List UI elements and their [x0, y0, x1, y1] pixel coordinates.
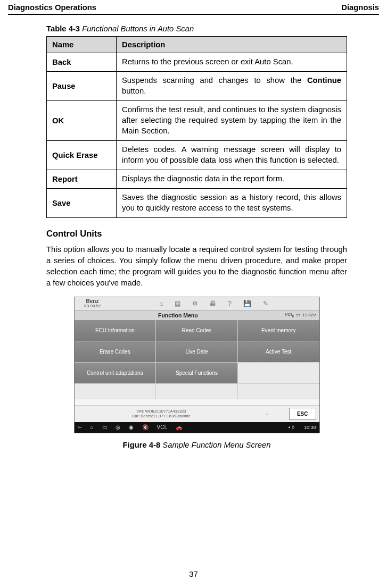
- vci-label: VCIb: [285, 312, 294, 318]
- header-left: Diagnostics Operations: [8, 3, 96, 12]
- table-row: Back Returns to the previous screen or e…: [47, 53, 347, 72]
- chart-icon[interactable]: ▤: [175, 300, 180, 307]
- home-icon[interactable]: ⌂: [159, 300, 163, 307]
- menu-live-date[interactable]: Live Date: [156, 341, 238, 363]
- device-title: Function Menu: [75, 312, 282, 318]
- table-row: Report Displays the diagnostic data in t…: [47, 170, 347, 188]
- esc-button[interactable]: ESC: [289, 408, 316, 420]
- table-row: Pause Suspends scanning and changes to s…: [47, 71, 347, 100]
- device-topbar: Benz V0.90.57 ⌂ ▤ ⚙ 🖶 ? 💾 ✎: [75, 297, 319, 310]
- car-icon[interactable]: 🚗: [176, 424, 182, 430]
- page-number: 37: [0, 570, 387, 578]
- menu-empty: [75, 384, 157, 399]
- menu-event-memory[interactable]: Event memory: [238, 320, 319, 341]
- menu-erase-codes[interactable]: Erase Codes: [75, 341, 157, 363]
- header-right: Diagnosis: [341, 3, 379, 12]
- device-top-icons: ⌂ ▤ ⚙ 🖶 ? 💾 ✎: [109, 300, 319, 307]
- table-caption: Table 4-3 Functional Buttons in Auto Sca…: [46, 24, 347, 33]
- figure-caption-label: Figure 4-8: [123, 441, 161, 449]
- clock: 10:38: [304, 425, 316, 430]
- cell-name: Back: [47, 53, 117, 72]
- page-header: Diagnostics Operations Diagnosis: [8, 0, 379, 15]
- vci-icon[interactable]: VCI.: [157, 424, 167, 430]
- device-titlebar: Function Menu VCIb ▭ 11.82V: [75, 310, 319, 320]
- cell-name: OK: [47, 100, 117, 140]
- menu-empty: [156, 384, 238, 399]
- device-status: VCIb ▭ 11.82V: [282, 312, 319, 318]
- print-icon[interactable]: 🖶: [210, 300, 216, 307]
- cell-desc: Confirms the test result, and continues …: [117, 100, 347, 140]
- cell-name: Save: [47, 188, 117, 217]
- edit-icon[interactable]: ✎: [263, 300, 268, 307]
- table-caption-title: Functional Buttons in Auto Scan: [80, 24, 194, 33]
- menu-empty: [238, 363, 319, 384]
- battery-icon: ▭: [296, 313, 300, 317]
- cell-desc: Saves the diagnostic session as a histor…: [117, 188, 347, 217]
- device-brand: Benz V0.90.57: [75, 299, 109, 308]
- menu-special-functions[interactable]: Special Functions: [156, 363, 238, 384]
- gear-icon[interactable]: ⚙: [192, 300, 198, 307]
- recent-icon[interactable]: ▭: [102, 424, 107, 430]
- menu-active-test[interactable]: Active Test: [238, 341, 319, 363]
- cell-name: Report: [47, 170, 117, 188]
- home2-icon[interactable]: ⌂: [90, 424, 94, 430]
- device-grid: ECU Information Read Codes Event memory …: [75, 320, 319, 405]
- vin-line: VIN: WDB2110771A432323: [78, 409, 245, 414]
- figure-caption-title: Sample Function Menu Screen: [160, 441, 270, 449]
- table-row: Quick Erase Deletes codes. A warning mes…: [47, 140, 347, 170]
- volume-icon[interactable]: 🔇: [142, 424, 149, 430]
- th-name: Name: [47, 37, 117, 53]
- cell-name: Quick Erase: [47, 140, 117, 170]
- browser-icon[interactable]: ◎: [116, 424, 120, 430]
- cell-desc: Suspends scanning and changes to show th…: [117, 71, 347, 100]
- voltage-label: 11.82V: [302, 313, 316, 317]
- table-row: Save Saves the diagnostic session as a h…: [47, 188, 347, 217]
- table-row: OK Confirms the test result, and continu…: [47, 100, 347, 140]
- page-indicator: •: [245, 411, 289, 416]
- menu-ecu-information[interactable]: ECU Information: [75, 320, 157, 341]
- section-heading: Control Units: [46, 229, 347, 239]
- cell-desc: Deletes codes. A warning message screen …: [117, 140, 347, 170]
- menu-empty: [238, 384, 319, 399]
- cell-desc: Displays the diagnostic data in the repo…: [117, 170, 347, 188]
- table-caption-label: Table 4-3: [46, 24, 80, 33]
- menu-control-unit-adaptations[interactable]: Control unit adaptations: [75, 363, 157, 384]
- menu-read-codes[interactable]: Read Codes: [156, 320, 238, 341]
- figure-caption: Figure 4-8 Sample Function Menu Screen: [46, 441, 347, 449]
- device-bottombar: ⇽ ⌂ ▭ ◎ ◉ 🔇 VCI. 🚗 ▪ ◊ 10:38: [75, 422, 319, 433]
- back-icon[interactable]: ⇽: [78, 424, 82, 430]
- signal-icon: ▪ ◊: [289, 424, 294, 430]
- section-paragraph: This option allows you to manually locat…: [46, 244, 347, 289]
- car-line: Car: Benz/211.077 E63/Gasoline: [78, 414, 245, 418]
- cell-name: Pause: [47, 71, 117, 100]
- th-desc: Description: [117, 37, 347, 53]
- figure: Benz V0.90.57 ⌂ ▤ ⚙ 🖶 ? 💾 ✎ Function Men…: [46, 297, 347, 449]
- save-icon[interactable]: 💾: [243, 300, 251, 307]
- device-infobar: VIN: WDB2110771A432323 Car: Benz/211.077…: [75, 405, 319, 422]
- cell-desc: Returns to the previous screen or exit A…: [117, 53, 347, 72]
- help-icon[interactable]: ?: [228, 300, 232, 307]
- camera-icon[interactable]: ◉: [129, 424, 134, 430]
- functional-buttons-table: Name Description Back Returns to the pre…: [46, 36, 347, 218]
- device-screenshot: Benz V0.90.57 ⌂ ▤ ⚙ 🖶 ? 💾 ✎ Function Men…: [74, 297, 320, 433]
